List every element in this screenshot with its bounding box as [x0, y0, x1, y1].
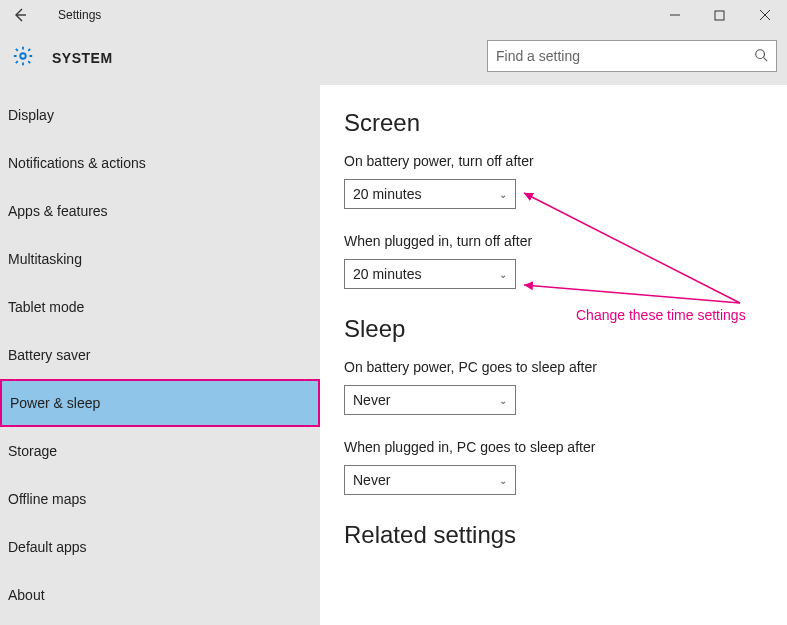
- sidebar-item-label: Storage: [8, 443, 57, 459]
- sidebar-item-multitasking[interactable]: Multitasking: [0, 235, 320, 283]
- dropdown-value: Never: [353, 472, 390, 488]
- maximize-icon: [714, 10, 725, 21]
- sidebar-item-about[interactable]: About: [0, 571, 320, 619]
- chevron-down-icon: ⌄: [499, 475, 507, 486]
- sidebar-item-label: Power & sleep: [10, 395, 100, 411]
- arrow-left-icon: [12, 7, 28, 23]
- sidebar-item-label: Notifications & actions: [8, 155, 146, 171]
- svg-point-4: [20, 53, 26, 59]
- sidebar-item-label: Offline maps: [8, 491, 86, 507]
- header: SYSTEM: [0, 30, 787, 85]
- annotation-text: Change these time settings: [576, 307, 746, 323]
- sleep-battery-label: On battery power, PC goes to sleep after: [344, 359, 763, 375]
- chevron-down-icon: ⌄: [499, 269, 507, 280]
- sidebar-item-label: Default apps: [8, 539, 87, 555]
- search-icon: [754, 48, 768, 65]
- search-input[interactable]: [496, 48, 754, 64]
- system-label: SYSTEM: [52, 50, 113, 66]
- back-button[interactable]: [0, 0, 40, 30]
- sidebar-item-label: Apps & features: [8, 203, 108, 219]
- dropdown-value: Never: [353, 392, 390, 408]
- related-heading: Related settings: [344, 521, 763, 549]
- window-title: Settings: [58, 8, 101, 22]
- minimize-button[interactable]: [652, 0, 697, 30]
- sidebar-item-tablet[interactable]: Tablet mode: [0, 283, 320, 331]
- svg-rect-1: [715, 11, 724, 20]
- window-controls: [652, 0, 787, 30]
- screen-plugged-dropdown[interactable]: 20 minutes ⌄: [344, 259, 516, 289]
- svg-line-6: [764, 57, 768, 61]
- sidebar-item-battery[interactable]: Battery saver: [0, 331, 320, 379]
- chevron-down-icon: ⌄: [499, 395, 507, 406]
- screen-heading: Screen: [344, 109, 763, 137]
- screen-battery-dropdown[interactable]: 20 minutes ⌄: [344, 179, 516, 209]
- sidebar-item-label: Display: [8, 107, 54, 123]
- minimize-icon: [669, 9, 681, 21]
- sleep-plugged-label: When plugged in, PC goes to sleep after: [344, 439, 763, 455]
- sleep-battery-dropdown[interactable]: Never ⌄: [344, 385, 516, 415]
- svg-line-8: [524, 285, 740, 303]
- sidebar-item-label: Battery saver: [8, 347, 90, 363]
- search-box[interactable]: [487, 40, 777, 72]
- sidebar-item-display[interactable]: Display: [0, 91, 320, 139]
- sidebar-item-storage[interactable]: Storage: [0, 427, 320, 475]
- screen-battery-label: On battery power, turn off after: [344, 153, 763, 169]
- maximize-button[interactable]: [697, 0, 742, 30]
- sidebar-item-label: Tablet mode: [8, 299, 84, 315]
- sidebar-item-label: About: [8, 587, 45, 603]
- svg-point-5: [756, 49, 765, 58]
- sidebar-item-label: Multitasking: [8, 251, 82, 267]
- content-pane: Screen On battery power, turn off after …: [320, 85, 787, 625]
- sidebar-item-notifications[interactable]: Notifications & actions: [0, 139, 320, 187]
- sidebar-item-apps[interactable]: Apps & features: [0, 187, 320, 235]
- dropdown-value: 20 minutes: [353, 186, 421, 202]
- screen-plugged-label: When plugged in, turn off after: [344, 233, 763, 249]
- close-icon: [759, 9, 771, 21]
- sidebar-item-default-apps[interactable]: Default apps: [0, 523, 320, 571]
- chevron-down-icon: ⌄: [499, 189, 507, 200]
- sleep-plugged-dropdown[interactable]: Never ⌄: [344, 465, 516, 495]
- gear-icon: [12, 45, 34, 71]
- titlebar: Settings: [0, 0, 787, 30]
- dropdown-value: 20 minutes: [353, 266, 421, 282]
- sidebar: Display Notifications & actions Apps & f…: [0, 85, 320, 625]
- close-button[interactable]: [742, 0, 787, 30]
- body: Display Notifications & actions Apps & f…: [0, 85, 787, 625]
- sidebar-item-power-sleep[interactable]: Power & sleep: [0, 379, 320, 427]
- sidebar-item-offline-maps[interactable]: Offline maps: [0, 475, 320, 523]
